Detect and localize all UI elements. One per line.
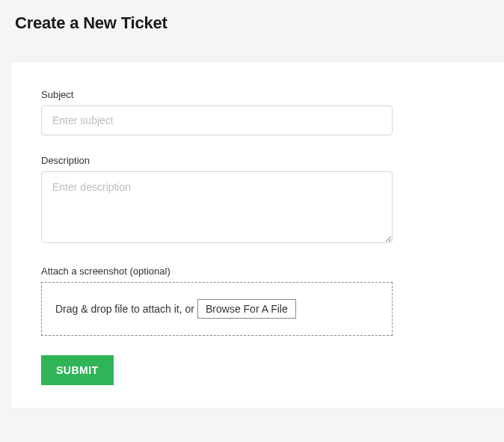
subject-group: Subject	[41, 89, 474, 135]
description-group: Description	[41, 155, 474, 246]
file-dropzone[interactable]: Drag & drop file to attach it, or Browse…	[41, 282, 393, 336]
subject-input[interactable]	[41, 105, 393, 135]
subject-label: Subject	[41, 89, 474, 100]
description-input[interactable]	[41, 171, 393, 243]
dropzone-text: Drag & drop file to attach it, or	[55, 303, 194, 315]
description-label: Description	[41, 155, 474, 166]
attachment-group: Attach a screenshot (optional) Drag & dr…	[41, 265, 474, 336]
ticket-form-card: Subject Description Attach a screenshot …	[10, 61, 504, 408]
page-title: Create a New Ticket	[0, 0, 504, 40]
attachment-label: Attach a screenshot (optional)	[41, 265, 474, 277]
submit-button[interactable]: SUBMIT	[41, 355, 114, 385]
browse-file-button[interactable]: Browse For A File	[197, 299, 296, 319]
